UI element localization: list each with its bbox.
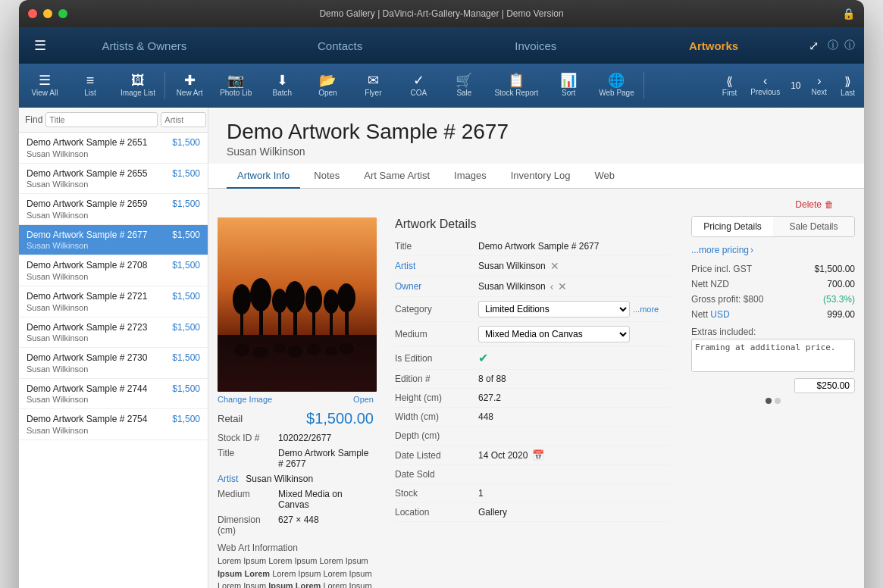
artist-link[interactable]: Artist [395,261,415,271]
new-art-button[interactable]: ✚ New Art [167,70,212,100]
expand-icon[interactable]: ⤢ [803,39,825,53]
first-button[interactable]: ⟪ First [716,71,743,100]
form-area: Change Image Open Retail $1,500.00 Stock… [208,210,864,588]
artist-value-small: Susan Wilkinson [246,474,313,484]
info-icon-1[interactable]: ⓘ [825,39,841,52]
navigation-arrows: ⟪ First ‹ Previous 10 › Next ⟫ Last [716,71,861,100]
item-artist: Susan Wilkinson [27,241,172,250]
tab-notes[interactable]: Notes [303,164,350,189]
owner-clear-icon[interactable]: ✕ [558,280,567,292]
more-link[interactable]: ...more [633,305,659,314]
medium-value-small: Mixed Media on Canvas [278,489,374,510]
list-item[interactable]: Demo Artwork Sample # 2659 Susan Wilkins… [19,194,208,225]
svg-point-3 [233,284,251,314]
photo-lib-button[interactable]: 📷 Photo Lib [212,70,259,100]
image-list-button[interactable]: 🖼 Image List [113,70,163,100]
menu-icon[interactable]: ☰ [25,37,55,54]
item-name: Demo Artwork Sample # 2655 [27,168,172,180]
item-price: $1,500 [172,137,200,148]
list-item[interactable]: Demo Artwork Sample # 2677 Susan Wilkins… [19,225,208,256]
tab-images[interactable]: Images [443,164,497,189]
image-list-icon: 🖼 [131,74,145,87]
minimize-button[interactable] [43,9,52,18]
batch-button[interactable]: ⬇ Batch [259,70,305,100]
find-bar: Find [19,108,208,133]
owner-link[interactable]: Owner [395,281,421,292]
form-edition-num-row: Edition # 8 of 88 [395,370,670,389]
web-page-button[interactable]: 🌐 Web Page [591,70,642,100]
owner-arrow-icon[interactable]: ‹ [550,280,554,292]
next-button[interactable]: › Next [806,71,834,99]
item-info: Demo Artwork Sample # 2659 Susan Wilkins… [27,199,172,220]
item-artist: Susan Wilkinson [27,272,172,281]
sort-button[interactable]: 📊 Sort [546,70,591,100]
item-info: Demo Artwork Sample # 2723 Susan Wilkins… [27,322,172,343]
sale-button[interactable]: 🛒 Sale [441,70,487,100]
list-item[interactable]: Demo Artwork Sample # 2655 Susan Wilkins… [19,164,208,195]
item-artist: Susan Wilkinson [27,395,172,404]
sale-details-tab[interactable]: Sale Details [773,217,854,236]
form-is-edition-label: Is Edition [395,353,478,364]
item-artist: Susan Wilkinson [27,149,172,158]
tab-web[interactable]: Web [584,164,625,189]
list-item[interactable]: Demo Artwork Sample # 2723 Susan Wilkins… [19,317,208,349]
view-all-button[interactable]: ☰ View All [22,70,67,100]
item-price: $1,500 [172,230,200,240]
form-height-value: 627.2 [478,393,670,403]
open-button[interactable]: 📂 Open [305,70,350,100]
details-section-title: Artwork Details [395,210,670,237]
pricing-panel: Pricing Details Sale Details ...more pri… [682,210,864,588]
extra-amount-input[interactable] [794,378,855,393]
dot-1 [766,398,772,404]
extras-textarea[interactable]: Framing at additional price. [691,339,855,372]
tab-inventory-log[interactable]: Inventory Log [500,164,581,189]
coa-button[interactable]: ✓ COA [396,70,441,100]
change-image-link[interactable]: Change Image [218,395,272,404]
list-item[interactable]: Demo Artwork Sample # 2730 Susan Wilkins… [19,348,208,379]
maximize-button[interactable] [58,9,67,18]
tab-art-same-artist[interactable]: Art Same Artist [353,164,440,189]
item-info: Demo Artwork Sample # 2655 Susan Wilkins… [27,168,172,189]
close-button[interactable] [28,9,37,18]
category-select[interactable]: Limited Editions [478,301,630,317]
find-title-input[interactable] [45,112,158,127]
list-button[interactable]: ≡ List [67,70,113,100]
stock-id-row: Stock ID # 102022/2677 [218,430,374,446]
previous-button[interactable]: ‹ Previous [744,71,786,99]
item-name: Demo Artwork Sample # 2677 [27,230,172,242]
svg-point-5 [250,278,271,311]
list-item[interactable]: Demo Artwork Sample # 2708 Susan Wilkins… [19,255,208,286]
is-edition-check[interactable]: ✔ [478,351,488,365]
flyer-button[interactable]: ✉ Flyer [350,70,396,100]
list-item[interactable]: Demo Artwork Sample # 2721 Susan Wilkins… [19,286,208,317]
calendar-icon[interactable]: 📅 [532,449,544,461]
last-button[interactable]: ⟫ Last [834,71,861,100]
pricing-details-tab[interactable]: Pricing Details [692,217,773,236]
usd-link[interactable]: USD [710,309,729,320]
tab-artwork-info[interactable]: Artwork Info [227,164,300,189]
item-artist: Susan Wilkinson [27,364,172,374]
list-item[interactable]: Demo Artwork Sample # 2651 Susan Wilkins… [19,133,208,164]
delete-button[interactable]: Delete 🗑 [777,193,852,210]
pricing-tabs: Pricing Details Sale Details [691,216,855,237]
list-item[interactable]: Demo Artwork Sample # 2754 Susan Wilkins… [19,409,208,440]
price-gst-label: Price incl. GST [691,264,752,274]
form-artist-label: Artist [395,261,478,271]
medium-select[interactable]: Mixed Media on Canvas [478,326,630,342]
item-name: Demo Artwork Sample # 2659 [27,199,172,211]
more-pricing-link[interactable]: ...more pricing › [691,243,855,261]
info-icon-2[interactable]: ⓘ [841,39,858,52]
svg-point-13 [324,289,339,314]
nav-artists-owners[interactable]: Artists & Owners [55,39,233,52]
nav-invoices[interactable]: Invoices [446,39,625,52]
window-controls [28,9,67,18]
artist-link-small[interactable]: Artist [218,474,238,484]
artist-clear-icon[interactable]: ✕ [550,260,559,272]
nav-contacts[interactable]: Contacts [233,39,447,52]
stock-report-button[interactable]: 📋 Stock Report [487,70,546,100]
list-item[interactable]: Demo Artwork Sample # 2744 Susan Wilkins… [19,379,208,410]
open-image-link[interactable]: Open [353,395,374,404]
find-artist-input[interactable] [161,112,206,127]
artwork-artist-name: Susan Wilkinson [227,145,846,158]
nav-artworks[interactable]: Artworks [625,39,803,52]
